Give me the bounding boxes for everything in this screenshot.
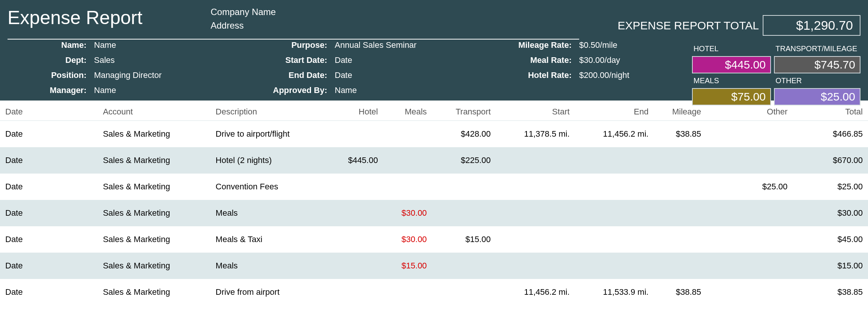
cell-meals[interactable] <box>383 147 432 174</box>
table-row[interactable]: DateSales & MarketingHotel (2 nights)$44… <box>0 147 868 174</box>
cell-hotel[interactable]: $445.00 <box>334 147 383 174</box>
cell-transport[interactable]: $15.00 <box>432 226 496 253</box>
cell-hotel[interactable] <box>334 253 383 279</box>
cell-total[interactable]: $45.00 <box>793 226 868 253</box>
cell-meals[interactable] <box>383 279 432 305</box>
cell-description[interactable]: Convention Fees <box>210 174 334 200</box>
summary-transport-value: $745.70 <box>774 56 860 73</box>
cell-start[interactable] <box>496 253 575 279</box>
col-end[interactable]: End <box>575 101 654 121</box>
cell-mileage[interactable] <box>654 253 706 279</box>
cell-end[interactable]: 11,456.2 mi. <box>575 121 654 148</box>
col-hotel[interactable]: Hotel <box>334 101 383 121</box>
meta-manager-label: Manager: <box>8 85 94 95</box>
cell-end[interactable]: 11,533.9 mi. <box>575 279 654 305</box>
cell-transport[interactable] <box>432 200 496 226</box>
cell-mileage[interactable] <box>654 147 706 174</box>
cell-date[interactable]: Date <box>0 200 98 226</box>
cell-other[interactable] <box>706 121 793 148</box>
cell-other[interactable] <box>706 253 793 279</box>
cell-date[interactable]: Date <box>0 226 98 253</box>
cell-end[interactable] <box>575 200 654 226</box>
table-row[interactable]: DateSales & MarketingDrive from airport1… <box>0 279 868 305</box>
col-meals[interactable]: Meals <box>383 101 432 121</box>
cell-date[interactable]: Date <box>0 174 98 200</box>
summary-hotel-label: HOTEL <box>692 44 771 54</box>
cell-description[interactable]: Meals <box>210 253 334 279</box>
cell-description[interactable]: Hotel (2 nights) <box>210 147 334 174</box>
cell-start[interactable] <box>496 200 575 226</box>
cell-meals[interactable]: $15.00 <box>383 253 432 279</box>
cell-start[interactable]: 11,378.5 mi. <box>496 121 575 148</box>
cell-total[interactable]: $466.85 <box>793 121 868 148</box>
cell-date[interactable]: Date <box>0 279 98 305</box>
cell-hotel[interactable] <box>334 200 383 226</box>
cell-date[interactable]: Date <box>0 147 98 174</box>
cell-other[interactable] <box>706 200 793 226</box>
cell-account[interactable]: Sales & Marketing <box>98 253 211 279</box>
meta-hotel-rate-value: $200.00/night <box>579 70 684 80</box>
meta-position-value: Managing Director <box>94 70 244 80</box>
cell-end[interactable] <box>575 226 654 253</box>
cell-start[interactable] <box>496 174 575 200</box>
cell-description[interactable]: Meals <box>210 200 334 226</box>
cell-mileage[interactable] <box>654 200 706 226</box>
cell-other[interactable] <box>706 226 793 253</box>
cell-description[interactable]: Meals & Taxi <box>210 226 334 253</box>
cell-start[interactable] <box>496 226 575 253</box>
meta-purpose-label: Purpose: <box>244 40 335 50</box>
cell-start[interactable]: 11,456.2 mi. <box>496 279 575 305</box>
cell-meals[interactable] <box>383 121 432 148</box>
cell-total[interactable]: $670.00 <box>793 147 868 174</box>
cell-account[interactable]: Sales & Marketing <box>98 226 211 253</box>
meta-name-label: Name: <box>8 40 94 50</box>
cell-account[interactable]: Sales & Marketing <box>98 121 211 148</box>
cell-end[interactable] <box>575 174 654 200</box>
cell-total[interactable]: $15.00 <box>793 253 868 279</box>
cell-end[interactable] <box>575 147 654 174</box>
cell-mileage[interactable]: $38.85 <box>654 279 706 305</box>
col-date[interactable]: Date <box>0 101 98 121</box>
table-row[interactable]: DateSales & MarketingConvention Fees$25.… <box>0 174 868 200</box>
col-start[interactable]: Start <box>496 101 575 121</box>
cell-hotel[interactable] <box>334 279 383 305</box>
cell-account[interactable]: Sales & Marketing <box>98 147 211 174</box>
cell-transport[interactable] <box>432 279 496 305</box>
cell-other[interactable] <box>706 147 793 174</box>
cell-date[interactable]: Date <box>0 253 98 279</box>
table-row[interactable]: DateSales & MarketingMeals$15.00$15.00 <box>0 253 868 279</box>
table-row[interactable]: DateSales & MarketingMeals & Taxi$30.00$… <box>0 226 868 253</box>
col-description[interactable]: Description <box>210 101 334 121</box>
cell-date[interactable]: Date <box>0 121 98 148</box>
col-transport[interactable]: Transport <box>432 101 496 121</box>
cell-description[interactable]: Drive from airport <box>210 279 334 305</box>
cell-other[interactable] <box>706 279 793 305</box>
cell-meals[interactable] <box>383 174 432 200</box>
cell-total[interactable]: $38.85 <box>793 279 868 305</box>
cell-transport[interactable]: $225.00 <box>432 147 496 174</box>
col-account[interactable]: Account <box>98 101 211 121</box>
cell-hotel[interactable] <box>334 121 383 148</box>
cell-other[interactable]: $25.00 <box>706 174 793 200</box>
cell-start[interactable] <box>496 147 575 174</box>
table-row[interactable]: DateSales & MarketingMeals$30.00$30.00 <box>0 200 868 226</box>
cell-account[interactable]: Sales & Marketing <box>98 174 211 200</box>
cell-mileage[interactable] <box>654 174 706 200</box>
cell-hotel[interactable] <box>334 174 383 200</box>
summary-meals-label: MEALS <box>692 76 771 86</box>
cell-account[interactable]: Sales & Marketing <box>98 200 211 226</box>
cell-mileage[interactable]: $38.85 <box>654 121 706 148</box>
cell-mileage[interactable] <box>654 226 706 253</box>
cell-description[interactable]: Drive to airport/flight <box>210 121 334 148</box>
cell-total[interactable]: $25.00 <box>793 174 868 200</box>
cell-transport[interactable] <box>432 253 496 279</box>
cell-meals[interactable]: $30.00 <box>383 226 432 253</box>
table-row[interactable]: DateSales & MarketingDrive to airport/fl… <box>0 121 868 148</box>
cell-total[interactable]: $30.00 <box>793 200 868 226</box>
cell-hotel[interactable] <box>334 226 383 253</box>
cell-transport[interactable]: $428.00 <box>432 121 496 148</box>
cell-meals[interactable]: $30.00 <box>383 200 432 226</box>
cell-account[interactable]: Sales & Marketing <box>98 279 211 305</box>
cell-end[interactable] <box>575 253 654 279</box>
cell-transport[interactable] <box>432 174 496 200</box>
